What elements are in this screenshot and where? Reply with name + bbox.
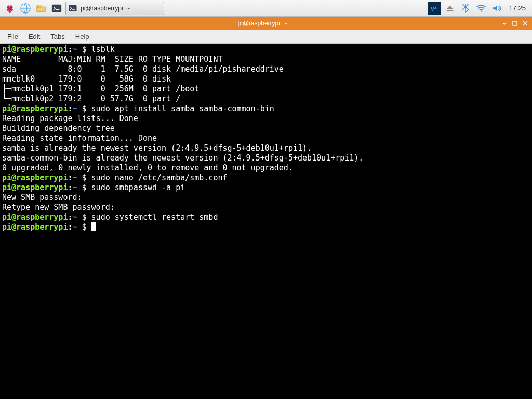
taskbar-task-label: pi@raspberrypi: ~ <box>81 5 130 12</box>
output-line: Reading package lists... Done <box>2 114 138 123</box>
prompt-user: pi@raspberrypi <box>2 45 68 54</box>
output-line: sda 8:0 1 7.5G 0 disk /media/pi/pishared… <box>2 64 284 74</box>
output-line: ├─mmcblk0p1 179:1 0 256M 0 part /boot <box>2 84 199 94</box>
wifi-tray-icon[interactable] <box>474 2 488 15</box>
output-line: mmcblk0 179:0 0 58G 0 disk <box>2 74 176 84</box>
maximize-button[interactable] <box>511 20 518 27</box>
svg-point-3 <box>7 8 9 10</box>
svg-text:V⁠ᴬ: V⁠ᴬ <box>431 5 437 11</box>
terminal-mini-icon <box>68 4 77 13</box>
output-line: Building dependency tree <box>2 124 148 133</box>
svg-rect-11 <box>447 10 454 11</box>
close-button[interactable] <box>522 20 529 27</box>
menu-file[interactable]: File <box>3 32 22 42</box>
svg-rect-7 <box>38 5 41 7</box>
output-line: Retype new SMB password: <box>2 203 115 212</box>
taskbar-left: pi@raspberrypi: ~ <box>3 2 164 15</box>
app-menu-bar: File Edit Tabs Help <box>0 30 532 44</box>
terminal-window: pi@raspberrypi: ~ File Edit Tabs Help pi… <box>0 17 532 399</box>
svg-point-5 <box>9 10 11 12</box>
taskbar-clock[interactable]: 17:25 <box>506 4 529 12</box>
taskbar-right: V⁠ᴬ 17:25 <box>428 2 529 15</box>
prompt-path: ~ <box>72 45 77 54</box>
eject-tray-icon[interactable] <box>443 2 457 15</box>
svg-point-4 <box>10 8 12 10</box>
raspberry-menu-icon[interactable] <box>3 2 17 15</box>
output-line: samba-common-bin is already the newest v… <box>2 153 363 163</box>
window-title: pi@raspberrypi: ~ <box>24 20 501 27</box>
terminal-output[interactable]: pi@raspberrypi:~ $ lsblk NAME MAJ:MIN RM… <box>0 44 532 399</box>
svg-point-12 <box>481 10 482 12</box>
window-title-bar[interactable]: pi@raspberrypi: ~ <box>0 17 532 30</box>
bluetooth-tray-icon[interactable] <box>459 2 472 15</box>
svg-rect-9 <box>69 5 77 11</box>
output-line: samba is already the newest version (2:4… <box>2 143 312 153</box>
menu-edit[interactable]: Edit <box>24 32 44 42</box>
output-line: └─mmcblk0p2 179:2 0 57.7G 0 part / <box>2 94 180 103</box>
cmd-line: sudo systemctl restart smbd <box>91 212 218 222</box>
output-line: Reading state information... Done <box>2 134 157 143</box>
terminal-cursor <box>91 222 96 231</box>
file-manager-icon[interactable] <box>34 2 48 15</box>
cmd-line: sudo nano /etc/samba/smb.conf <box>91 173 228 182</box>
web-browser-icon[interactable] <box>19 2 32 15</box>
audio-tray-icon[interactable] <box>490 2 503 15</box>
menu-help[interactable]: Help <box>71 32 94 42</box>
svg-rect-13 <box>513 21 517 25</box>
system-taskbar: pi@raspberrypi: ~ V⁠ᴬ 17:25 <box>0 0 532 17</box>
window-controls <box>501 20 529 27</box>
minimize-button[interactable] <box>501 20 508 27</box>
menu-tabs[interactable]: Tabs <box>46 32 69 42</box>
taskbar-task-terminal[interactable]: pi@raspberrypi: ~ <box>65 2 164 15</box>
cmd-line: sudo apt install samba samba-common-bin <box>91 104 274 113</box>
cmd-line: sudo smbpasswd -a pi <box>91 183 185 192</box>
vnc-tray-icon[interactable]: V⁠ᴬ <box>428 2 441 15</box>
output-line: NAME MAJ:MIN RM SIZE RO TYPE MOUNTPOINT <box>2 55 222 64</box>
svg-rect-8 <box>52 4 61 12</box>
terminal-launcher-icon[interactable] <box>50 2 63 15</box>
output-line: 0 upgraded, 0 newly installed, 0 to remo… <box>2 163 293 172</box>
cmd-line: lsblk <box>91 45 115 54</box>
output-line: New SMB password: <box>2 193 82 202</box>
